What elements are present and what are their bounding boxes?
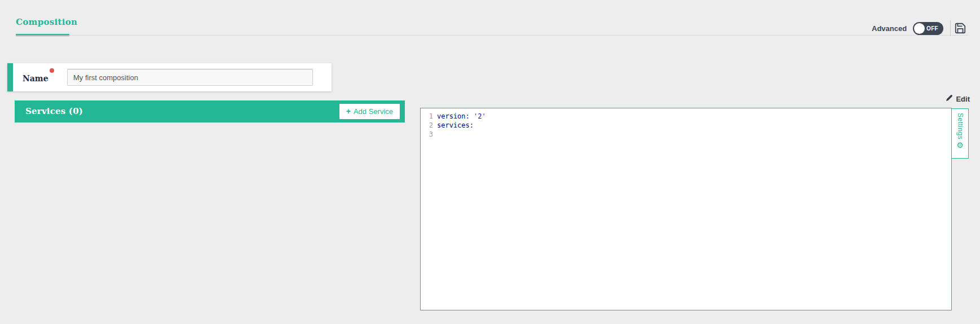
code-line: 3 <box>421 130 951 139</box>
services-title: Services (0) <box>25 100 83 122</box>
name-label: Name <box>23 74 48 83</box>
name-input[interactable] <box>67 69 313 86</box>
yaml-code-editor[interactable]: 1version: '2' 2services: 3 <box>420 108 952 310</box>
line-number: 3 <box>421 130 433 139</box>
code-line: 1version: '2' <box>421 112 951 121</box>
line-number: 2 <box>421 121 433 130</box>
advanced-label: Advanced <box>872 24 907 33</box>
settings-tab[interactable]: Settings ⚙ <box>951 108 969 159</box>
settings-label: Settings <box>956 113 964 139</box>
add-service-button[interactable]: + Add Service <box>339 104 400 119</box>
name-card: Name <box>7 63 332 91</box>
code-line: 2services: <box>421 121 951 130</box>
plus-icon: + <box>346 104 351 119</box>
add-service-label: Add Service <box>354 104 393 119</box>
gear-icon: ⚙ <box>956 141 964 149</box>
required-dot-icon <box>50 68 54 73</box>
services-header: Services (0) + Add Service <box>15 100 405 122</box>
toggle-knob-icon <box>914 23 925 34</box>
pencil-icon <box>946 94 956 103</box>
floppy-save-icon <box>954 27 966 36</box>
edit-link[interactable]: Edit <box>946 94 970 103</box>
advanced-toggle[interactable]: OFF <box>913 22 943 35</box>
edit-label: Edit <box>956 95 970 103</box>
tab-composition[interactable]: Composition <box>16 17 77 27</box>
toggle-state-label: OFF <box>926 22 938 35</box>
toolbar-divider <box>950 20 951 36</box>
header-divider <box>16 35 968 36</box>
line-number: 1 <box>421 112 433 121</box>
save-button[interactable] <box>954 22 966 34</box>
